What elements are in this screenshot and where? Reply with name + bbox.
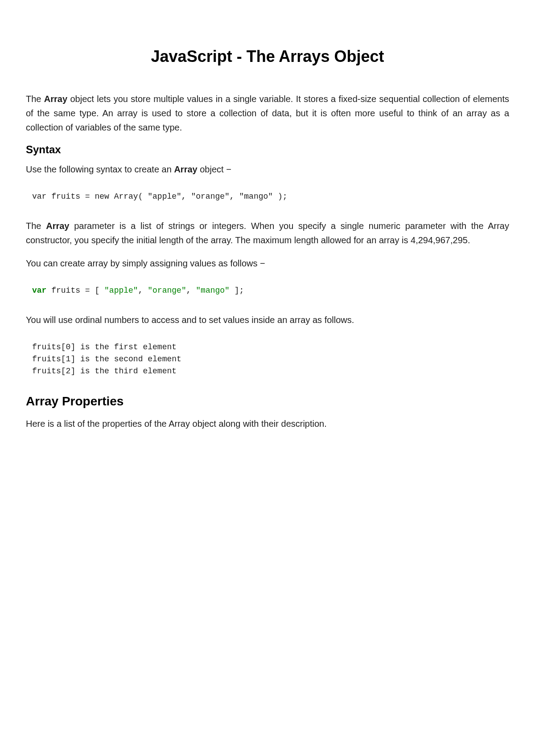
syntax-para2: The Array parameter is a list of strings… — [26, 219, 509, 247]
intro-bold: Array — [44, 94, 67, 104]
code2-end: ]; — [230, 286, 244, 295]
code2-c1: , — [138, 286, 148, 295]
code2-keyword: var — [32, 286, 46, 295]
intro-paragraph: The Array object lets you store multiple… — [26, 92, 509, 135]
code-block-3: fruits[0] is the first element fruits[1]… — [26, 336, 509, 383]
code-block-2: var fruits = [ "apple", "orange", "mango… — [26, 279, 509, 302]
intro-suffix: object lets you store multiple values in… — [26, 94, 509, 132]
properties-intro: Here is a list of the properties of the … — [26, 417, 509, 431]
code2-s3: "mango" — [196, 286, 230, 295]
page-title: JavaScript - The Arrays Object — [26, 47, 509, 66]
syntax-intro-bold: Array — [174, 164, 197, 174]
syntax-para2-prefix: The — [26, 221, 46, 231]
syntax-intro-suffix: object − — [198, 164, 231, 174]
syntax-heading: Syntax — [26, 143, 509, 156]
code2-c2: , — [186, 286, 196, 295]
syntax-para2-bold: Array — [46, 221, 69, 231]
properties-heading: Array Properties — [26, 394, 509, 409]
code-block-1: var fruits = new Array( "apple", "orange… — [26, 185, 509, 208]
syntax-intro-prefix: Use the following syntax to create an — [26, 164, 174, 174]
syntax-para4: You will use ordinal numbers to access a… — [26, 313, 509, 327]
code2-s1: "apple" — [104, 286, 138, 295]
intro-prefix: The — [26, 94, 44, 104]
code2-mid: fruits = [ — [46, 286, 104, 295]
syntax-intro: Use the following syntax to create an Ar… — [26, 162, 509, 176]
syntax-para3: You can create array by simply assigning… — [26, 256, 509, 270]
code2-s2: "orange" — [148, 286, 186, 295]
syntax-para2-suffix: parameter is a list of strings or intege… — [26, 221, 509, 245]
